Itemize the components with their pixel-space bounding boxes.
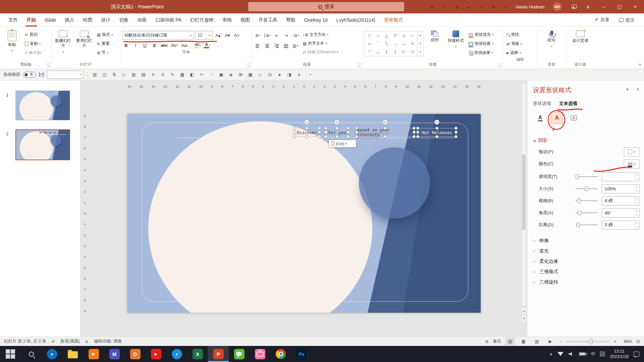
size-input[interactable]: 100% ∧∨ bbox=[602, 184, 639, 193]
pane-section-header[interactable]: ▷ 三维旋转 bbox=[527, 277, 644, 287]
shape-option[interactable]: ⊂ bbox=[402, 49, 406, 54]
taskbar-bilibili[interactable] bbox=[250, 346, 270, 362]
shape-outline-button[interactable]: 形状轮廓▾ bbox=[467, 40, 495, 48]
justify-button[interactable] bbox=[282, 42, 290, 50]
ribbon-tab[interactable]: 开始 bbox=[22, 13, 40, 26]
close-button[interactable]: × bbox=[628, 0, 642, 13]
color-dropdown[interactable]: ▾ bbox=[624, 160, 639, 169]
qat-icon[interactable]: ◇ bbox=[256, 71, 265, 79]
more-shapes-icon[interactable]: ∨ bbox=[418, 48, 423, 56]
spin-up-icon[interactable]: ∧ bbox=[634, 197, 639, 201]
ribbon-tab[interactable]: 插入 bbox=[60, 13, 78, 26]
qat-icon[interactable]: ⇅ bbox=[110, 71, 119, 79]
previous-slide-button[interactable]: ▴ bbox=[522, 308, 526, 314]
spin-down-icon[interactable]: ∨ bbox=[634, 201, 639, 205]
qat-icon[interactable]: ≡ bbox=[149, 71, 158, 79]
textbox-icon[interactable]: A bbox=[568, 112, 580, 124]
shape-option[interactable]: ▽ bbox=[394, 33, 397, 38]
account-name[interactable]: Alexis Hudson bbox=[516, 0, 544, 13]
qat-combo[interactable]: ▾ bbox=[47, 71, 84, 79]
slideshow-button[interactable]: ▶ bbox=[546, 338, 555, 345]
selection-handle[interactable] bbox=[347, 135, 350, 138]
ribbon-tab[interactable]: 审阅 bbox=[218, 13, 236, 26]
layout-button[interactable]: ▤版式▾ bbox=[96, 31, 114, 39]
selection-handle[interactable] bbox=[324, 131, 327, 134]
shape-option[interactable]: ▭ bbox=[368, 41, 371, 46]
selection-handle[interactable] bbox=[384, 127, 387, 130]
dialog-launcher-icon[interactable]: ↘ bbox=[498, 63, 502, 67]
scroll-down-icon[interactable]: ▾ bbox=[418, 40, 423, 48]
volume-icon[interactable] bbox=[569, 352, 574, 356]
taskbar-office[interactable]: O bbox=[125, 346, 146, 362]
convert-smartart-button[interactable]: ⇄转换为SmartArt▾ bbox=[302, 48, 339, 56]
select-button[interactable]: ▶选择▾ bbox=[505, 49, 535, 57]
zoom-in-button[interactable]: + bbox=[614, 339, 616, 344]
reuse-slides-button[interactable]: 重用幻灯片 bbox=[74, 29, 94, 48]
selection-handle[interactable] bbox=[347, 131, 350, 134]
tab-text-options[interactable]: 文本选项 bbox=[559, 101, 577, 107]
zoom-slider[interactable] bbox=[566, 341, 609, 342]
slide-textbox-for-you[interactable]: For you ↻ bbox=[326, 128, 348, 137]
selection-handle[interactable] bbox=[355, 135, 358, 138]
ribbon-tab[interactable]: 绘图 bbox=[78, 13, 97, 26]
ribbon-tab[interactable]: 切换 bbox=[115, 13, 133, 26]
zoom-percentage[interactable]: 66% bbox=[621, 339, 632, 344]
ribbon-tab[interactable]: 形状格式 bbox=[380, 13, 407, 26]
search-box[interactable]: 搜索 bbox=[248, 2, 404, 11]
comments-button[interactable]: 批注 bbox=[615, 16, 638, 24]
text-highlight-button[interactable]: ab ▾ bbox=[193, 41, 202, 49]
tab-shape-options[interactable]: 形状选项 bbox=[533, 101, 551, 107]
autosave-toggle[interactable]: 关 bbox=[23, 72, 36, 78]
find-button[interactable]: 查找 bbox=[505, 31, 535, 39]
slide-counter[interactable]: 幻灯片 第 2 张, 共 2 张 bbox=[4, 339, 46, 344]
blur-slider[interactable] bbox=[576, 200, 598, 201]
shape-fill-button[interactable]: 形状填充▾ bbox=[467, 31, 495, 39]
taskbar-excel[interactable]: X bbox=[187, 346, 208, 362]
shape-option[interactable]: ◡ bbox=[376, 49, 380, 54]
qat-icon[interactable]: ◧ bbox=[187, 71, 197, 79]
pane-close-icon[interactable]: × bbox=[637, 86, 639, 92]
reset-button[interactable]: ↻重置 bbox=[96, 40, 114, 48]
design-ideas-button[interactable]: 设计灵感 bbox=[572, 29, 588, 43]
section-button[interactable]: ≣节▾ bbox=[96, 49, 114, 57]
scrollbar-thumb[interactable] bbox=[522, 155, 525, 230]
slide-thumbnail-2[interactable] bbox=[15, 129, 70, 160]
qat-icon[interactable]: ▣ bbox=[217, 71, 226, 79]
shape-option[interactable]: ⌒ bbox=[376, 41, 380, 46]
strikethrough-button[interactable]: abc bbox=[160, 41, 169, 49]
distance-slider[interactable] bbox=[576, 225, 598, 225]
selection-handle[interactable] bbox=[318, 127, 321, 130]
quick-styles-button[interactable]: 快速样式 ▾ bbox=[446, 29, 466, 49]
font-color-button[interactable]: A ▾ bbox=[203, 41, 211, 49]
minimize-button[interactable]: – bbox=[597, 0, 611, 13]
ribbon-tab[interactable]: 幻灯片放映 bbox=[186, 13, 218, 26]
selection-handle[interactable] bbox=[355, 131, 358, 134]
shape-option[interactable]: { bbox=[386, 49, 387, 54]
dialog-launcher-icon[interactable]: ↘ bbox=[246, 63, 251, 67]
spellcheck-icon[interactable]: ✔ bbox=[52, 339, 55, 344]
qat-icon[interactable]: ◫ bbox=[100, 71, 109, 79]
font-size-combo[interactable]: 12 ▾ bbox=[195, 31, 213, 40]
dictate-button[interactable]: 听写 ▾ bbox=[542, 29, 561, 49]
align-center-button[interactable] bbox=[263, 42, 271, 50]
selection-handle[interactable] bbox=[454, 127, 458, 130]
spin-down-icon[interactable]: ∨ bbox=[634, 213, 639, 217]
bold-button[interactable]: B bbox=[122, 41, 130, 49]
qat-icon[interactable]: ◔ bbox=[207, 71, 216, 79]
decrease-indent-button[interactable]: ⇤ bbox=[273, 32, 281, 39]
shape-option[interactable]: ↔ bbox=[402, 41, 406, 46]
angle-slider[interactable] bbox=[576, 213, 598, 213]
taskbar-edge[interactable]: e bbox=[42, 346, 62, 362]
arrange-button[interactable]: 排列 bbox=[425, 29, 444, 43]
save-button[interactable] bbox=[39, 72, 44, 77]
selection-handle[interactable] bbox=[335, 127, 338, 130]
slide-thumbnail-1[interactable] bbox=[15, 90, 70, 120]
ribbon-display-options-button[interactable]: ∧ bbox=[581, 0, 595, 13]
selection-handle[interactable] bbox=[347, 127, 350, 130]
size-slider[interactable] bbox=[576, 188, 598, 189]
pane-section-header[interactable]: ▷ 映像 bbox=[527, 235, 644, 246]
shape-circle[interactable] bbox=[359, 147, 430, 219]
selection-handle[interactable] bbox=[413, 135, 416, 138]
bullets-button[interactable]: ≣▾ bbox=[254, 32, 262, 39]
qat-icon[interactable]: ⊡ bbox=[265, 71, 274, 79]
